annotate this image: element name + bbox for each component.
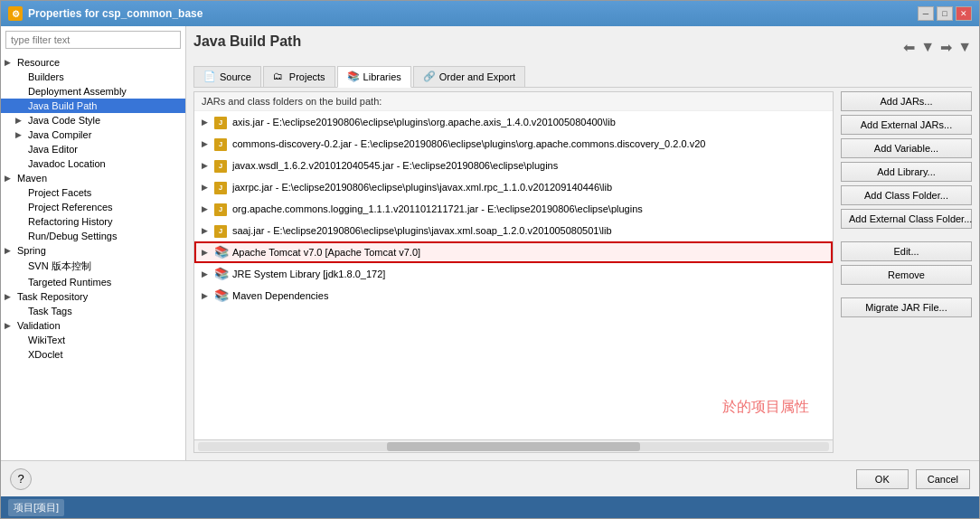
dialog-body: ▶ResourceBuildersDeployment AssemblyJava…	[1, 26, 979, 460]
dialog-title: Properties for csp_common_base	[28, 7, 203, 20]
list-item[interactable]: ▶Jaxis.jar - E:\eclipse20190806\eclipse\…	[194, 111, 833, 133]
list-item-arrow-7: ▶	[202, 269, 212, 278]
projects-tab-icon: 🗂	[273, 71, 286, 83]
list-item[interactable]: ▶Jjaxrpc.jar - E:\eclipse20190806\eclips…	[194, 176, 833, 198]
list-item-arrow-3: ▶	[202, 183, 212, 192]
sidebar-item-java-editor[interactable]: Java Editor	[1, 142, 185, 156]
list-item[interactable]: ▶📚Maven Dependencies	[194, 285, 833, 307]
list-item-text-7: JRE System Library [jdk1.8.0_172]	[232, 269, 385, 279]
tab-libraries[interactable]: 📚Libraries	[337, 66, 411, 88]
forward-button[interactable]: ➡	[940, 39, 952, 56]
list-item[interactable]: ▶Jcommons-discovery-0.2.jar - E:\eclipse…	[194, 133, 833, 155]
sidebar-item-javadoc-location[interactable]: Javadoc Location	[1, 156, 185, 171]
sidebar-item-xdoclet[interactable]: XDoclet	[1, 347, 185, 362]
list-item[interactable]: ▶Jjavax.wsdl_1.6.2.v201012040545.jar - E…	[194, 155, 833, 176]
ok-button[interactable]: OK	[856, 469, 909, 489]
sidebar-item-builders[interactable]: Builders	[1, 70, 185, 84]
toolbar-right: ⬅ ▼ ➡ ▼	[903, 39, 972, 56]
tab-label-libraries: Libraries	[363, 71, 401, 82]
sidebar-item-maven[interactable]: ▶Maven	[1, 171, 185, 185]
add-external-jars-button[interactable]: Add External JARs...	[841, 115, 972, 135]
sidebar-item-spring[interactable]: ▶Spring	[1, 243, 185, 258]
dropdown-button[interactable]: ▼	[920, 39, 935, 55]
jar-icon: J	[214, 223, 229, 238]
list-item-arrow-4: ▶	[202, 204, 212, 213]
list-item-text-6: Apache Tomcat v7.0 [Apache Tomcat v7.0]	[232, 247, 420, 258]
list-header: JARs and class folders on the build path…	[194, 92, 833, 111]
back-button[interactable]: ⬅	[903, 39, 915, 56]
sidebar-item-task-repository[interactable]: ▶Task Repository	[1, 289, 185, 304]
sidebar-label-java-build-path: Java Build Path	[28, 100, 97, 111]
list-item-arrow-2: ▶	[202, 161, 212, 170]
tab-order-export[interactable]: 🔗Order and Export	[413, 66, 525, 87]
list-item[interactable]: ▶📚Apache Tomcat v7.0 [Apache Tomcat v7.0…	[194, 241, 833, 263]
sidebar-tree: ▶ResourceBuildersDeployment AssemblyJava…	[1, 53, 185, 460]
remove-button[interactable]: Remove	[841, 265, 972, 285]
list-item-arrow-0: ▶	[202, 118, 212, 127]
sidebar-label-project-facets: Project Facets	[28, 187, 91, 198]
sidebar-item-java-code-style[interactable]: ▶Java Code Style	[1, 113, 185, 127]
menu-button[interactable]: ▼	[957, 39, 972, 55]
horizontal-scrollbar[interactable]	[194, 439, 833, 452]
maximize-button[interactable]: □	[937, 6, 953, 21]
list-body[interactable]: ▶Jaxis.jar - E:\eclipse20190806\eclipse\…	[194, 111, 833, 439]
jar-icon: J	[214, 137, 229, 151]
sidebar-item-project-references[interactable]: Project References	[1, 200, 185, 214]
lib-icon: 📚	[214, 245, 229, 260]
sidebar-label-builders: Builders	[28, 71, 64, 82]
taskbar-item: 项目[项目]	[8, 499, 64, 516]
sidebar-item-java-build-path[interactable]: Java Build Path	[1, 99, 185, 113]
migrate-jar-button[interactable]: Migrate JAR File...	[841, 297, 972, 317]
sidebar-item-run-debug-settings[interactable]: Run/Debug Settings	[1, 229, 185, 243]
tab-projects[interactable]: 🗂Projects	[263, 66, 335, 87]
help-button[interactable]: ?	[10, 468, 32, 490]
minimize-button[interactable]: ─	[918, 6, 934, 21]
add-library-button[interactable]: Add Library...	[841, 162, 972, 182]
content-area: JARs and class folders on the build path…	[193, 91, 972, 453]
list-item[interactable]: ▶Jsaaj.jar - E:\eclipse20190806\eclipse\…	[194, 220, 833, 241]
jar-icon: J	[214, 180, 229, 194]
edit-button[interactable]: Edit...	[841, 241, 972, 261]
sidebar-item-project-facets[interactable]: Project Facets	[1, 185, 185, 200]
add-variable-button[interactable]: Add Variable...	[841, 138, 972, 158]
sidebar-label-task-repository: Task Repository	[17, 291, 88, 302]
jar-icon: J	[214, 202, 229, 216]
close-button[interactable]: ✕	[956, 6, 972, 21]
sidebar-item-deployment-assembly[interactable]: Deployment Assembly	[1, 84, 185, 99]
tabs: 📄Source🗂Projects📚Libraries🔗Order and Exp…	[193, 66, 972, 88]
sidebar-item-wikitext[interactable]: WikiText	[1, 333, 185, 347]
sidebar-label-resource: Resource	[17, 57, 60, 68]
sidebar-item-svn[interactable]: SVN 版本控制	[1, 258, 185, 275]
sidebar-label-targeted-runtimes: Targeted Runtimes	[28, 277, 111, 288]
list-item[interactable]: ▶Jorg.apache.commons.logging_1.1.1.v2011…	[194, 198, 833, 220]
list-item-text-0: axis.jar - E:\eclipse20190806\eclipse\pl…	[232, 117, 616, 127]
sidebar-label-run-debug-settings: Run/Debug Settings	[28, 231, 117, 241]
title-bar-controls: ─ □ ✕	[918, 6, 972, 21]
sidebar-label-svn: SVN 版本控制	[28, 260, 91, 273]
sidebar-item-validation[interactable]: ▶Validation	[1, 318, 185, 333]
list-item[interactable]: ▶📚JRE System Library [jdk1.8.0_172]	[194, 263, 833, 285]
sidebar-label-refactoring-history: Refactoring History	[28, 216, 113, 227]
tab-source[interactable]: 📄Source	[193, 66, 261, 87]
sidebar-label-wikitext: WikiText	[28, 335, 65, 345]
sidebar-item-resource[interactable]: ▶Resource	[1, 55, 185, 70]
list-item-text-8: Maven Dependencies	[232, 290, 328, 301]
filter-input[interactable]	[5, 31, 181, 49]
add-external-class-folder-button[interactable]: Add External Class Folder...	[841, 209, 972, 229]
tab-label-order-export: Order and Export	[439, 71, 515, 82]
sidebar-item-java-compiler[interactable]: ▶Java Compiler	[1, 127, 185, 142]
sidebar-label-xdoclet: XDoclet	[28, 349, 63, 360]
sidebar-label-java-editor: Java Editor	[28, 144, 78, 155]
sidebar-label-deployment-assembly: Deployment Assembly	[28, 86, 127, 97]
cancel-button[interactable]: Cancel	[916, 469, 970, 489]
tab-label-source: Source	[220, 71, 251, 82]
sidebar-item-task-tags[interactable]: Task Tags	[1, 304, 185, 318]
sidebar-item-refactoring-history[interactable]: Refactoring History	[1, 214, 185, 229]
sidebar-label-validation: Validation	[17, 320, 61, 331]
add-class-folder-button[interactable]: Add Class Folder...	[841, 185, 972, 205]
add-jars-button[interactable]: Add JARs...	[841, 91, 972, 111]
sidebar: ▶ResourceBuildersDeployment AssemblyJava…	[1, 26, 186, 460]
list-item-arrow-5: ▶	[202, 226, 212, 235]
sidebar-item-targeted-runtimes[interactable]: Targeted Runtimes	[1, 275, 185, 289]
main-area: Java Build Path ⬅ ▼ ➡ ▼ 📄Source🗂Projects…	[186, 26, 979, 460]
